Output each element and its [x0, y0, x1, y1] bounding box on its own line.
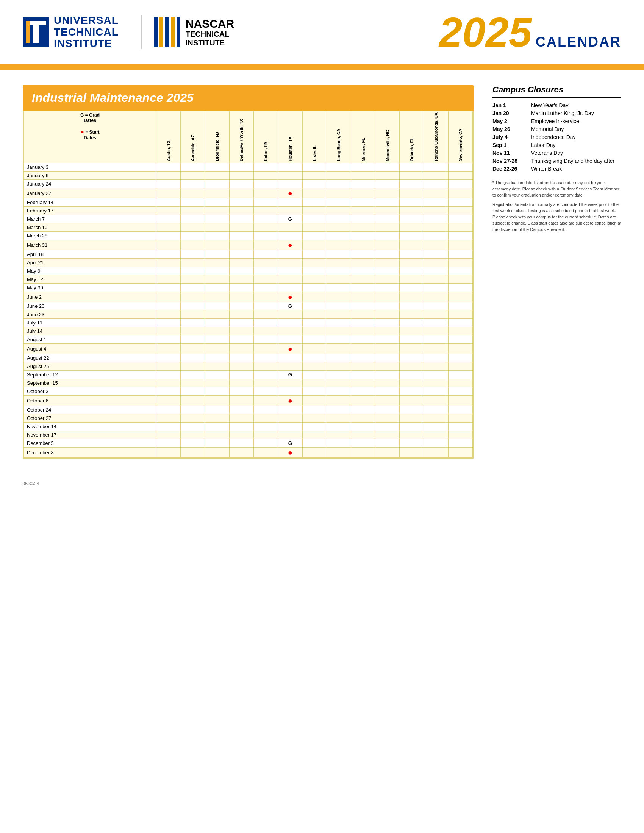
date-cell: January 24: [24, 180, 156, 188]
cal-cell: [327, 319, 351, 327]
uti-logo: UNIVERSAL TECHNICAL INSTITUTE: [23, 15, 119, 50]
cal-cell: [302, 423, 327, 431]
cal-cell: [253, 354, 278, 362]
cal-cell: [229, 259, 253, 267]
date-cell: December 5: [24, 439, 156, 447]
nascar-stripes: [154, 17, 180, 47]
cal-cell: [448, 439, 472, 447]
table-row: April 21: [24, 259, 473, 267]
cal-cell: [205, 163, 229, 172]
cal-cell: [229, 250, 253, 259]
cal-cell: [351, 379, 375, 388]
cal-cell: [302, 379, 327, 388]
table-row: March 28: [24, 232, 473, 240]
cal-cell: [400, 423, 424, 431]
closure-date: Jan 1: [493, 102, 526, 108]
cal-cell: [229, 302, 253, 310]
cal-cell: [375, 362, 400, 371]
cal-cell: [253, 259, 278, 267]
cal-cell: [400, 292, 424, 302]
cal-cell: [205, 180, 229, 188]
cal-cell: [351, 406, 375, 414]
cal-cell: [327, 215, 351, 224]
cal-cell: [156, 396, 180, 406]
cal-cell: [181, 344, 205, 354]
cal-cell: ●: [278, 447, 303, 458]
cal-cell: [375, 232, 400, 240]
start-marker: ●: [288, 396, 293, 405]
cal-cell: [253, 406, 278, 414]
cal-cell: [375, 172, 400, 180]
cal-cell: [156, 379, 180, 388]
calendar-label: CALENDAR: [536, 34, 621, 50]
cal-cell: [278, 310, 303, 319]
cal-cell: [205, 447, 229, 458]
col-miramar: Miramar, FL: [351, 111, 375, 163]
legend-header: G = GradDates ● = StartDates: [24, 111, 156, 163]
cal-cell: [253, 284, 278, 292]
cal-cell: [156, 275, 180, 284]
cal-cell: ●: [278, 396, 303, 406]
closure-desc: Employee In-service: [531, 118, 579, 124]
cal-cell: [302, 275, 327, 284]
cal-cell: [351, 310, 375, 319]
cal-cell: [327, 447, 351, 458]
cal-cell: [327, 336, 351, 344]
cal-cell: [327, 224, 351, 232]
cal-cell: [253, 224, 278, 232]
cal-cell: [302, 371, 327, 379]
cal-cell: [448, 232, 472, 240]
grad-marker: G: [288, 216, 292, 222]
cal-cell: [400, 259, 424, 267]
cal-cell: [424, 302, 448, 310]
cal-cell: [229, 163, 253, 172]
cal-cell: [181, 232, 205, 240]
cal-cell: [327, 180, 351, 188]
cal-cell: [351, 319, 375, 327]
nascar-text-line3: INSTITUTE: [186, 39, 234, 47]
cal-cell: [351, 396, 375, 406]
cal-cell: [424, 224, 448, 232]
table-row: July 14: [24, 327, 473, 336]
date-cell: May 9: [24, 267, 156, 275]
cal-cell: [278, 163, 303, 172]
cal-cell: [448, 379, 472, 388]
col-lisle: Lisle, IL: [302, 111, 327, 163]
col-houston: Houston, TX: [278, 111, 303, 163]
cal-cell: [448, 336, 472, 344]
cal-cell: [253, 302, 278, 310]
cal-cell: [400, 215, 424, 224]
cal-cell: [448, 447, 472, 458]
table-row: June 23: [24, 310, 473, 319]
date-cell: May 12: [24, 275, 156, 284]
cal-cell: [229, 354, 253, 362]
cal-cell: [424, 292, 448, 302]
cal-cell: [205, 423, 229, 431]
start-marker: ●: [288, 293, 293, 301]
cal-cell: [302, 250, 327, 259]
closure-date: Sep 1: [493, 142, 526, 148]
date-cell: January 27: [24, 188, 156, 198]
date-cell: September 12: [24, 371, 156, 379]
cal-cell: [302, 188, 327, 198]
cal-cell: [156, 259, 180, 267]
cal-cell: [424, 447, 448, 458]
cal-cell: [400, 327, 424, 336]
cal-cell: [278, 284, 303, 292]
cal-cell: [302, 310, 327, 319]
cal-cell: [253, 215, 278, 224]
date-cell: September 15: [24, 379, 156, 388]
cal-cell: [375, 198, 400, 207]
cal-cell: [351, 371, 375, 379]
cal-cell: [375, 259, 400, 267]
cal-cell: [400, 406, 424, 414]
cal-cell: [351, 439, 375, 447]
closure-row: July 4Independence Day: [493, 134, 621, 140]
cal-cell: [424, 406, 448, 414]
cal-cell: [375, 302, 400, 310]
cal-cell: [253, 414, 278, 423]
cal-cell: [156, 267, 180, 275]
table-row: January 24: [24, 180, 473, 188]
cal-cell: [424, 319, 448, 327]
cal-cell: [205, 284, 229, 292]
